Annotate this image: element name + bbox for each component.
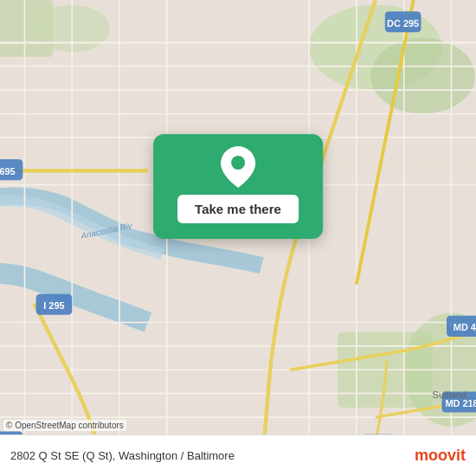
svg-text:Suitland: Suitland: [433, 389, 467, 400]
svg-text:I 695: I 695: [0, 166, 16, 177]
moovit-wordmark: moovit: [415, 447, 466, 465]
svg-point-2: [370, 38, 475, 114]
svg-text:I 295: I 295: [43, 300, 64, 311]
svg-text:MD 4: MD 4: [453, 322, 476, 332]
take-me-there-button[interactable]: Take me there: [177, 195, 299, 223]
bottom-bar: 2802 Q St SE (Q St), Washington / Baltim…: [0, 434, 476, 476]
svg-text:DC 295: DC 295: [387, 18, 419, 29]
location-pin-icon: [219, 148, 257, 186]
moovit-logo: moovit: [415, 447, 466, 465]
address-label: 2802 Q St SE (Q St), Washington / Baltim…: [10, 449, 235, 462]
cta-card: Take me there: [153, 134, 323, 239]
svg-point-45: [231, 156, 245, 170]
map-container: DC 295 I 695 I 295 I 295 MD 4 MD 218 MD …: [0, 0, 476, 476]
osm-credit: © OpenStreetMap contributors: [3, 420, 126, 431]
